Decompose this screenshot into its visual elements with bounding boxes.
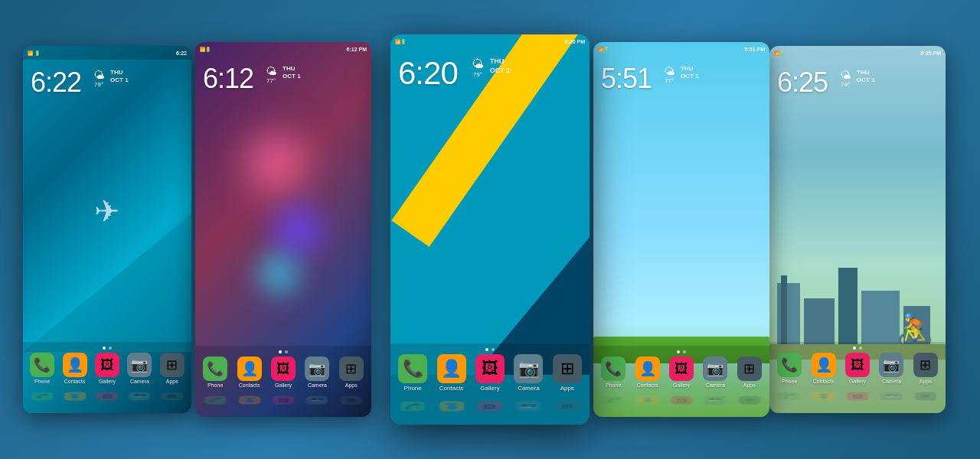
phone-4-gallery-label: Gallery	[673, 382, 690, 388]
phone-4-app-apps[interactable]: ⊞ Apps	[737, 356, 762, 388]
phone-2-app-camera[interactable]: 📷 Camera	[305, 356, 329, 388]
phone-5-status-icons: 📶🔋	[774, 50, 785, 56]
phone-2-apps-icon: ⊞	[339, 356, 364, 381]
phone-4-apps-label: Apps	[743, 382, 756, 388]
phone-1-app-apps[interactable]: ⊞ Apps	[160, 353, 185, 384]
phone-1-app-gallery[interactable]: 🖼 Gallery	[95, 353, 119, 384]
phone-5-time: 6:25	[777, 69, 828, 96]
phone-1-apps-icon: ⊞	[160, 353, 185, 377]
phone-3: 📶🔋 6:20 PM 6:20 🌤 79° THUOCT 1	[390, 34, 590, 425]
phone-4-dock: 📞 Phone 👤 Contacts 🖼 Gallery 📷 Camera	[593, 346, 769, 417]
phone-4-app-camera[interactable]: 📷 Camera	[703, 356, 727, 388]
phone-3-app-gallery[interactable]: 🖼 Gallery	[475, 354, 505, 392]
phone-4-app-phone[interactable]: 📞 Phone	[601, 356, 626, 388]
phone-5: 🚴 📶🔋 6:25 PM 6:25 🌤 79°	[769, 46, 946, 413]
phone-3-apps-label: Apps	[560, 385, 574, 392]
phone-3-app-apps[interactable]: ⊞ Apps	[553, 354, 582, 392]
phone-2-app-phone[interactable]: 📞 Phone	[203, 356, 227, 388]
phone-1-phone-label: Phone	[34, 379, 50, 384]
phone-1-camera-label: Camera	[130, 379, 149, 384]
phone-5-weather: 🌤 79°	[840, 69, 851, 88]
phone-3-app-phone[interactable]: 📞 Phone	[398, 354, 427, 392]
phone-1-app-contacts[interactable]: 👤 Contacts	[63, 353, 87, 384]
phone-4-date: THUOCT 1	[681, 65, 699, 81]
phone-1-contacts-icon: 👤	[63, 353, 87, 377]
phone-4-date-weather: 5:51 🌤 77° THUOCT 1	[601, 65, 762, 93]
phone-4-contacts-label: Contacts	[637, 382, 658, 388]
phone-3-weather: 🌤 79°	[472, 57, 484, 78]
phone-4-dock-row: 📞 Phone 👤 Contacts 🖼 Gallery 📷 Camera	[596, 356, 766, 388]
phone-3-dock: 📞 Phone 👤 Contacts 🖼 Gallery 📷 Camera	[390, 343, 590, 425]
phone-3-gallery-icon: 🖼	[475, 354, 505, 383]
phone-5-gallery-icon: 🖼	[845, 353, 870, 377]
phone-5-dots	[773, 347, 942, 350]
phone-5-app-apps[interactable]: ⊞ Apps	[913, 353, 938, 384]
phone-2-dots	[198, 350, 368, 353]
phone-5-status-bar: 📶🔋 6:25 PM	[769, 46, 946, 60]
phone-1-camera-icon: 📷	[127, 353, 152, 377]
phone-4-camera-icon: 📷	[703, 356, 727, 381]
phone-4-gallery-icon: 🖼	[669, 356, 694, 381]
phone-4-app-gallery[interactable]: 🖼 Gallery	[669, 356, 694, 388]
phone-2-date-weather: 6:12 🌤 77° THUOCT 1	[203, 65, 364, 93]
phone-4-temp: 77°	[665, 77, 674, 84]
phone-1-date: THUOCT 1	[110, 69, 129, 85]
phone-2-app-contacts[interactable]: 👤 Contacts	[237, 356, 262, 388]
phone-3-dock-row: 📞 Phone 👤 Contacts 🖼 Gallery 📷 Camera	[394, 354, 586, 392]
phone-3-date-weather: 6:20 🌤 79° THUOCT 1	[398, 57, 582, 90]
phone-2-dock: 📞 Phone 👤 Contacts 🖼 Gallery 📷 Camera	[195, 346, 371, 417]
phone-5-dock-reflection: 📞 👤 🖼 📷 ⊞	[773, 392, 942, 400]
phone-2-app-apps[interactable]: ⊞ Apps	[339, 356, 364, 388]
phone-5-contacts-icon: 👤	[812, 353, 836, 377]
phone-2-date: THUOCT 1	[283, 65, 301, 81]
phone-3-contacts-icon: 👤	[437, 354, 466, 383]
phone-5-app-gallery[interactable]: 🖼 Gallery	[845, 353, 870, 384]
phone-2-status-icons: 📶🔋	[200, 47, 211, 52]
phone-5-app-phone[interactable]: 📞 Phone	[777, 353, 802, 384]
phone-5-app-camera[interactable]: 📷 Camera	[879, 353, 903, 384]
phone-4-phone-label: Phone	[606, 382, 621, 388]
phone-1-phone-icon: 📞	[30, 353, 54, 377]
phone-5-phone-icon: 📞	[777, 353, 802, 377]
phone-3-camera-icon: 📷	[514, 354, 543, 383]
phone-1-status-bar: 📶🔋 6:22	[23, 46, 191, 60]
phone-3-status-icons: 📶🔋	[395, 39, 406, 44]
phone-3-app-camera[interactable]: 📷 Camera	[514, 354, 543, 392]
phone-1-gallery-icon: 🖼	[95, 353, 119, 377]
phone-5-phone-label: Phone	[782, 379, 797, 384]
phone-4-app-contacts[interactable]: 👤 Contacts	[635, 356, 660, 388]
phone-2-clock-area: 6:12 🌤 77° THUOCT 1	[195, 56, 371, 96]
phone-2-status-time: 6:12 PM	[347, 47, 367, 52]
phone-2-blob-3	[248, 243, 309, 304]
phone-5-clock-area: 6:25 🌤 79° THUOCT 1	[769, 60, 946, 99]
phone-1-dock-row: 📞 Phone 👤 Contacts 🖼 Gallery 📷 Camera	[26, 353, 188, 384]
phone-3-apps-icon: ⊞	[553, 354, 582, 383]
phone-3-status-time: 6:20 PM	[565, 39, 585, 44]
phone-5-app-contacts[interactable]: 👤 Contacts	[812, 353, 836, 384]
phone-1-dock-reflection: 📞 👤 🖼 📷 ⊞	[26, 392, 188, 400]
phone-1-app-phone[interactable]: 📞 Phone	[30, 353, 54, 384]
phone-1-app-camera[interactable]: 📷 Camera	[127, 353, 152, 384]
phone-4-apps-icon: ⊞	[737, 356, 762, 381]
phone-1-contacts-label: Contacts	[64, 379, 86, 384]
phone-3-app-contacts[interactable]: 👤 Contacts	[437, 354, 466, 392]
phone-2-gallery-label: Gallery	[275, 382, 292, 388]
phone-5-status-time: 6:25 PM	[921, 50, 941, 56]
phone-4-time: 5:51	[601, 65, 652, 93]
phone-5-dock: 📞 Phone 👤 Contacts 🖼 Gallery 📷 Camera	[769, 342, 946, 413]
phone-3-temp: 79°	[473, 71, 482, 78]
phone-4-dots	[596, 350, 766, 353]
phone-3-phone-label: Phone	[404, 385, 422, 392]
phone-3-clock-area: 6:20 🌤 79° THUOCT 1	[390, 48, 590, 93]
phone-2-time: 6:12	[203, 65, 253, 93]
phone-2-app-gallery[interactable]: 🖼 Gallery	[271, 356, 296, 388]
phone-2-contacts-icon: 👤	[237, 356, 262, 381]
phone-3-contacts-label: Contacts	[439, 385, 464, 392]
phone-1-dock: 📞 Phone 👤 Contacts 🖼 Gallery 📷 Camera	[23, 342, 191, 413]
phone-3-time: 6:20	[398, 57, 458, 90]
phone-2-contacts-label: Contacts	[239, 382, 260, 388]
phone-1-date-weather: 6:22 🌤 79° THUOCT 1	[31, 69, 184, 96]
phone-4-dock-reflection: 📞 👤 🖼 📷 ⊞	[596, 396, 766, 404]
phone-5-apps-label: Apps	[920, 379, 932, 384]
phone-2-dock-row: 📞 Phone 👤 Contacts 🖼 Gallery 📷 Camera	[198, 356, 368, 388]
